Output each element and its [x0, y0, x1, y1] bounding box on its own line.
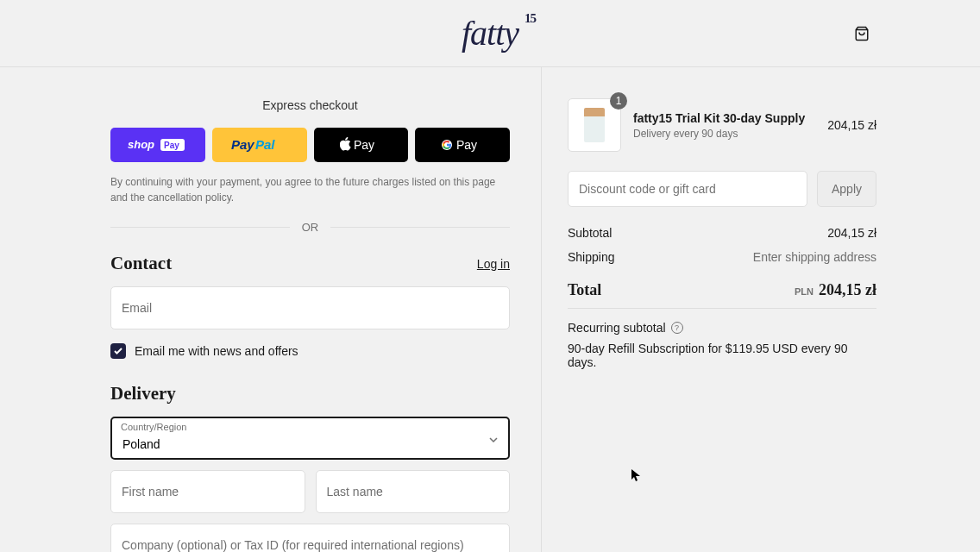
order-summary: 1 fatty15 Trial Kit 30-day Supply Delive…: [541, 67, 980, 552]
country-wrap: Country/Region: [110, 417, 510, 460]
email-wrap: [110, 286, 510, 329]
newsletter-label: Email me with news and offers: [135, 344, 298, 358]
header: fatty15: [0, 0, 980, 67]
company-field[interactable]: [110, 524, 510, 552]
product-image: 1: [568, 98, 621, 152]
svg-text:shop: shop: [128, 138, 154, 151]
express-buttons: shopPay PayPal Pay Pay: [110, 128, 510, 162]
logo[interactable]: fatty15: [462, 13, 518, 53]
paypal-button[interactable]: PayPal: [212, 128, 307, 162]
contact-header: Contact Log in: [110, 253, 510, 274]
product-price: 204,15 zł: [827, 118, 876, 132]
newsletter-checkbox[interactable]: [110, 343, 126, 359]
recurring-desc: 90-day Refill Subscription for $119.95 U…: [568, 342, 876, 369]
divider-line: [568, 308, 876, 309]
total-value: PLN204,15 zł: [795, 281, 876, 299]
divider: OR: [110, 221, 510, 234]
svg-text:Pay: Pay: [354, 138, 374, 152]
svg-text:Pay: Pay: [164, 141, 179, 150]
recurring-label-row: Recurring subtotal ?: [568, 321, 876, 335]
first-name-field[interactable]: [110, 470, 305, 513]
logo-sup: 15: [525, 11, 536, 26]
contact-title: Contact: [110, 253, 172, 274]
name-row: [110, 470, 510, 524]
discount-input[interactable]: [568, 171, 807, 207]
apple-pay-button[interactable]: Pay: [314, 128, 409, 162]
logo-text: fatty: [462, 14, 518, 53]
shipping-label: Shipping: [568, 250, 615, 264]
product-info: fatty15 Trial Kit 30-day Supply Delivery…: [633, 111, 815, 140]
total-label: Total: [568, 281, 601, 299]
login-link[interactable]: Log in: [477, 257, 510, 271]
express-checkout-title: Express checkout: [110, 98, 510, 112]
product-row: 1 fatty15 Trial Kit 30-day Supply Delive…: [568, 98, 876, 152]
apply-button[interactable]: Apply: [817, 171, 876, 207]
newsletter-row: Email me with news and offers: [110, 343, 510, 359]
cart-icon[interactable]: [854, 26, 870, 41]
svg-text:Pay: Pay: [456, 138, 477, 152]
country-label: Country/Region: [121, 422, 186, 432]
payment-disclaimer: By continuing with your payment, you agr…: [110, 174, 510, 205]
main-content: Express checkout shopPay PayPal Pay Pay …: [0, 67, 980, 552]
total-row: Total PLN204,15 zł: [568, 274, 876, 299]
svg-text:Pay: Pay: [231, 137, 254, 152]
shop-pay-button[interactable]: shopPay: [110, 128, 205, 162]
delivery-title: Delivery: [110, 383, 510, 405]
last-name-field[interactable]: [316, 470, 511, 513]
currency-code: PLN: [795, 286, 814, 297]
qty-badge: 1: [610, 92, 627, 110]
email-field[interactable]: [110, 286, 510, 329]
checkout-form: Express checkout shopPay PayPal Pay Pay …: [0, 67, 541, 552]
product-name: fatty15 Trial Kit 30-day Supply: [633, 111, 815, 125]
discount-row: Apply: [568, 171, 876, 207]
google-pay-button[interactable]: Pay: [415, 128, 510, 162]
subtotal-value: 204,15 zł: [827, 226, 876, 240]
subtotal-row: Subtotal 204,15 zł: [568, 226, 876, 240]
shipping-value: Enter shipping address: [753, 250, 876, 264]
shipping-row: Shipping Enter shipping address: [568, 250, 876, 264]
product-sub: Delivery every 90 days: [633, 128, 815, 140]
info-icon[interactable]: ?: [671, 322, 683, 334]
subtotal-label: Subtotal: [568, 226, 612, 240]
divider-text: OR: [290, 221, 331, 234]
recurring-label: Recurring subtotal: [568, 321, 666, 335]
svg-text:Pal: Pal: [255, 137, 275, 152]
